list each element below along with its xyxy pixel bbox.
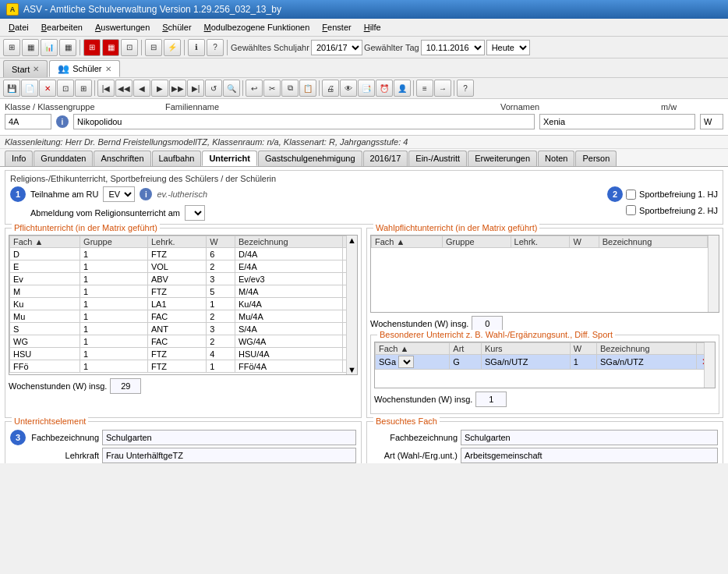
sec-btn-table[interactable]: ⊞ — [75, 80, 92, 97]
toolbar-btn-6[interactable]: ▦ — [102, 39, 119, 56]
tab-laufbahn[interactable]: Laufbahn — [152, 151, 202, 166]
pflicht-row[interactable]: HSU 1 FTZ 4 HSU/4A ✕ — [10, 348, 357, 360]
toolbar-btn-5[interactable]: ⊞ — [83, 39, 101, 56]
sec-btn-eye[interactable]: 👁 — [340, 80, 357, 97]
tab-einaustritt[interactable]: Ein-/Austritt — [408, 151, 467, 166]
teilnahme-select[interactable]: EV — [103, 186, 135, 202]
bes-scrollbar[interactable] — [704, 342, 715, 388]
sec-btn-help[interactable]: ? — [457, 80, 474, 97]
wahl-col-w[interactable]: W — [570, 236, 599, 248]
menu-auswertungen[interactable]: Auswertungen — [90, 20, 155, 34]
pflicht-scrollbar[interactable]: ▲ ▼ — [346, 236, 357, 374]
pflicht-ws-input[interactable] — [110, 378, 141, 394]
bes-col-w[interactable]: W — [570, 343, 596, 355]
sec-btn-first[interactable]: |◀ — [97, 80, 115, 97]
pflicht-col-bez[interactable]: Bezeichnung — [235, 236, 342, 248]
sec-btn-clock[interactable]: ⏰ — [376, 80, 393, 97]
sport2-checkbox[interactable] — [626, 205, 636, 215]
menu-modul[interactable]: Modulbezogene Funktionen — [199, 20, 316, 34]
sec-btn-cut[interactable]: ✂ — [263, 80, 281, 97]
menu-schueler[interactable]: Schüler — [157, 20, 196, 34]
sec-btn-x2[interactable]: ⊡ — [57, 80, 74, 97]
sec-btn-nextone[interactable]: ▶ — [151, 80, 168, 97]
wahl-scrollbar[interactable] — [708, 236, 719, 312]
toolbar-btn-info[interactable]: ℹ — [188, 39, 205, 56]
sec-btn-save[interactable]: 💾 — [3, 80, 20, 97]
tab-info[interactable]: Info — [5, 151, 33, 166]
menu-datei[interactable]: Datei — [3, 20, 34, 34]
toolbar-btn-3[interactable]: 📊 — [41, 39, 58, 56]
bes-col-fach[interactable]: Fach ▲ — [376, 343, 450, 355]
menu-fenster[interactable]: Fenster — [316, 20, 356, 34]
tab-gastschul[interactable]: Gastschulgenehmigung — [258, 151, 362, 166]
wahl-col-gruppe[interactable]: Gruppe — [442, 236, 511, 248]
sec-btn-arrow[interactable]: → — [434, 80, 451, 97]
sec-btn-next[interactable]: ▶▶ — [169, 80, 186, 97]
pflicht-row[interactable]: Mu 1 FAC 2 Mu/4A ✕ — [10, 310, 357, 323]
pflicht-row[interactable]: D 1 FTZ 6 D/4A ✕ — [10, 248, 357, 260]
teilnahme-info-btn[interactable]: i — [140, 188, 152, 200]
pflicht-row[interactable]: E 1 VOL 2 E/4A ✕ — [10, 260, 357, 273]
toolbar-btn-7[interactable]: ⊡ — [121, 39, 138, 56]
sec-btn-person[interactable]: 👤 — [394, 80, 411, 97]
familienname-input[interactable] — [73, 114, 535, 129]
pflicht-row[interactable]: Ev 1 ABV 3 Ev/ev3 ✕ — [10, 273, 357, 285]
toolbar-btn-4[interactable]: ▦ — [59, 39, 76, 56]
pflicht-col-gruppe[interactable]: Gruppe — [80, 236, 148, 248]
wahl-ws-input[interactable] — [472, 316, 503, 331]
sec-btn-prevone[interactable]: ◀ — [133, 80, 150, 97]
pflicht-col-lehrk[interactable]: Lehrk. — [147, 236, 206, 248]
tab-schueler-close[interactable]: ✕ — [105, 65, 111, 73]
wahl-col-fach[interactable]: Fach ▲ — [372, 236, 443, 248]
toolbar-btn-8[interactable]: ⊟ — [145, 39, 162, 56]
sec-btn-print[interactable]: 🖨 — [322, 80, 339, 97]
bf-art-input[interactable] — [461, 448, 718, 463]
toolbar-btn-1[interactable]: ⊞ — [3, 39, 20, 56]
menu-bearbeiten[interactable]: Bearbeiten — [36, 20, 88, 34]
sec-btn-copy[interactable]: ⧉ — [281, 80, 299, 97]
bes-ws-input[interactable] — [475, 392, 507, 407]
pflicht-row[interactable]: S 1 ANT 3 S/4A ✕ — [10, 323, 357, 335]
heute-select[interactable]: Heute — [486, 40, 530, 55]
pflicht-col-w[interactable]: W — [207, 236, 235, 248]
tab-unterricht[interactable]: Unterricht — [202, 151, 257, 166]
menu-hilfe[interactable]: Hilfe — [359, 20, 387, 34]
sport1-checkbox[interactable] — [626, 190, 636, 200]
toolbar-btn-9[interactable]: ⚡ — [164, 39, 181, 56]
pflicht-scroll-up[interactable]: ▲ — [347, 236, 357, 245]
tab-schueler[interactable]: 👥 Schüler ✕ — [49, 60, 119, 77]
bes-col-kurs[interactable]: Kurs — [481, 343, 570, 355]
mw-input[interactable] — [700, 114, 723, 129]
pflicht-row[interactable]: FFö 1 FTZ 1 FFö/4A ✕ — [10, 360, 357, 373]
tab-start-close[interactable]: ✕ — [33, 65, 39, 73]
bf-fach-input[interactable] — [461, 430, 718, 445]
tab-start[interactable]: Start ✕ — [3, 60, 48, 77]
sec-btn-paste[interactable]: 📋 — [299, 80, 316, 97]
tab-anschriften[interactable]: Anschriften — [94, 151, 150, 166]
pflicht-row[interactable]: M 1 FTZ 5 M/4A ✕ — [10, 285, 357, 298]
schuljahr-select[interactable]: 2016/17 — [311, 40, 362, 55]
pflicht-scroll-down[interactable]: ▼ — [347, 365, 357, 374]
pflicht-row[interactable]: WG 1 FAC 2 WG/4A ✕ — [10, 335, 357, 348]
sec-btn-prev[interactable]: ◀◀ — [115, 80, 133, 97]
abmeldung-select[interactable] — [185, 205, 205, 221]
tab-grunddaten[interactable]: Grunddaten — [34, 151, 93, 166]
bes-col-bez[interactable]: Bezeichnung — [597, 343, 697, 355]
pflicht-col-fach[interactable]: Fach ▲ — [10, 236, 80, 248]
toolbar-btn-help[interactable]: ? — [207, 39, 224, 56]
ue-lehr-input[interactable] — [102, 448, 356, 463]
tag-select[interactable]: 10.11.2016 — [421, 40, 485, 55]
sec-btn-refresh[interactable]: ↺ — [205, 80, 222, 97]
bes-fach-dropdown[interactable]: ▼ — [398, 356, 414, 368]
sec-btn-doc[interactable]: 📑 — [358, 80, 375, 97]
tab-erweiterungen[interactable]: Erweiterungen — [468, 151, 537, 166]
vornam-input[interactable] — [539, 114, 695, 129]
bes-row-sga[interactable]: SGa ▼ G SGa/n/UTZ 1 SGa/n/UTZ ✕ — [376, 355, 715, 370]
sec-btn-last[interactable]: ▶| — [187, 80, 204, 97]
klasse-input[interactable] — [5, 114, 51, 129]
bes-col-art[interactable]: Art — [450, 343, 482, 355]
tab-2016-17[interactable]: 2016/17 — [363, 151, 408, 166]
sec-btn-undo[interactable]: ↩ — [246, 80, 263, 97]
wahl-col-bez[interactable]: Bezeichnung — [599, 236, 707, 248]
tab-noten[interactable]: Noten — [538, 151, 574, 166]
